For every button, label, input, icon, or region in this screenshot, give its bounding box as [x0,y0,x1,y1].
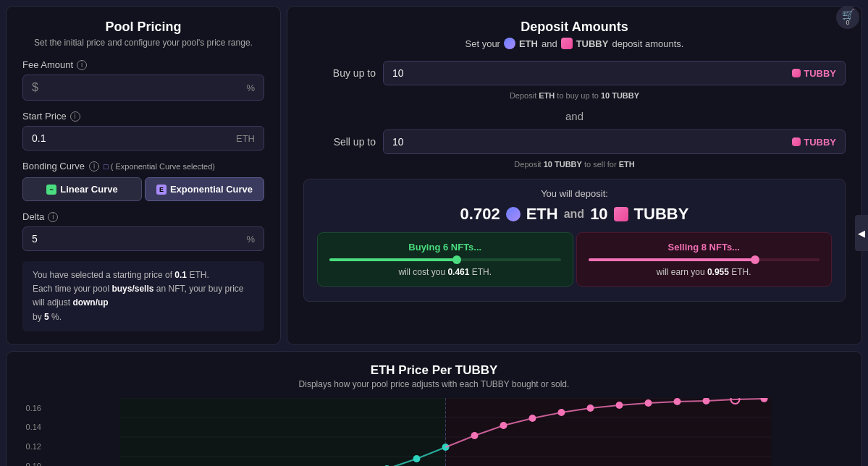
buying-slider-thumb [452,255,461,264]
deposit-tubby-label: TUBBY [634,205,689,224]
deposit-eth-label: ETH [526,205,558,224]
fee-amount-input[interactable] [43,82,244,93]
selling-slider-thumb [751,255,759,264]
buying-slider-fill [329,258,457,261]
start-price-suffix: ETH [236,133,255,144]
delta-suffix: % [246,234,255,245]
sell-input[interactable] [392,136,792,148]
cart-count: 0 [846,19,849,26]
deposit-amounts-title: Deposit Amounts [303,20,846,35]
buying-slider-track[interactable] [329,258,561,261]
chart-svg-container: 10 9 8 7 6 5 4 3 2 1 1 2 3 4 5 6 7 [46,398,846,466]
chart-dot [500,422,507,429]
sell-row: Sell up to TUBBY [303,130,846,154]
fee-amount-dollar: $ [32,81,38,94]
bonding-curve-section: Bonding Curve i □ ( Exponential Curve se… [22,161,264,201]
tubby-icon [561,38,573,49]
bonding-curve-selected-tag: □ ( Exponential Curve selected) [104,162,215,171]
buy-label: Buy up to [303,67,376,79]
selling-slider-fill [589,258,755,261]
eth-token-label: ETH [519,38,538,49]
bonding-curve-info-icon[interactable]: i [89,161,99,171]
chart-dot [558,409,565,416]
delta-info-icon[interactable]: i [48,212,58,222]
will-deposit-box: You will deposit: 0.702 ETH and 10 TUBBY… [303,179,846,302]
pool-pricing-panel: Pool Pricing Set the initial price and c… [6,6,281,345]
and-divider: and [303,110,846,122]
buy-token-label: TUBBY [804,68,836,79]
svg-rect-7 [120,398,446,466]
selling-box: Selling 8 NFTs... will earn you 0.955 ET… [576,232,833,287]
chart-panel: ETH Price Per TUBBY Displays how your po… [6,351,862,466]
buy-hint: Deposit ETH to buy up to 10 TUBBY [303,91,846,100]
deposit-eth-amount: 0.702 [460,205,500,224]
deposit-eth-icon [506,207,521,221]
cost-value: 0.461 [447,267,469,277]
chart-title: ETH Price Per TUBBY [22,363,846,378]
fee-amount-input-row: $ % [22,75,264,101]
nav-arrow[interactable]: ◀ [855,215,868,251]
svg-rect-8 [446,398,772,466]
buy-tubby-icon [792,69,801,77]
chart-dot [587,404,594,412]
exponential-curve-button[interactable]: E Exponential Curve [145,177,264,201]
chart-dot [645,399,652,407]
buying-box: Buying 6 NFTs... will cost you 0.461 ETH… [317,232,573,287]
chart-dot [616,402,623,409]
start-price-info-icon[interactable]: i [70,111,80,122]
chart-svg [46,398,846,466]
linear-curve-button[interactable]: ~ Linear Curve [22,177,142,201]
will-deposit-title: You will deposit: [317,188,832,199]
earn-value: 0.955 [707,267,729,277]
chart-dot [674,398,681,405]
deposit-amounts-panel: Deposit Amounts Set your ETH and TUBBY d… [287,6,862,345]
chart-dot [529,415,536,422]
start-price-input-row: ETH [22,126,264,151]
fee-amount-label: Fee Amount i [22,59,264,70]
buy-input-wrapper: TUBBY [383,61,846,85]
start-price-input[interactable] [32,132,233,144]
cart-button[interactable]: 🛒 0 [836,6,859,29]
deposit-amounts-display: 0.702 ETH and 10 TUBBY [317,205,832,224]
linear-curve-icon: ~ [46,185,56,195]
sell-hint: Deposit 10 TUBBY to sell for ETH [303,160,846,169]
bonding-curve-label: Bonding Curve [22,161,85,171]
exp-curve-icon: E [156,185,167,195]
chart-dot [413,455,421,462]
chart-container: 0.16 0.14 0.12 0.10 0.08 0.06 0.04 [22,398,846,466]
tubby-token-label: TUBBY [576,38,609,49]
pool-pricing-subtitle: Set the initial price and configure your… [22,38,264,48]
start-price-label: Start Price i [22,111,264,122]
sell-label: Sell up to [303,136,376,148]
y-axis: 0.16 0.14 0.12 0.10 0.08 0.06 0.04 [22,398,46,466]
selling-slider-track[interactable] [589,258,820,261]
delta-input-row: % [22,226,264,251]
fee-amount-info-icon[interactable]: i [77,60,87,70]
curve-buttons: ~ Linear Curve E Exponential Curve [22,177,264,201]
selling-title: Selling 8 NFTs... [589,242,820,253]
fee-amount-suffix: % [246,82,255,93]
delta-input[interactable] [32,233,243,245]
buying-selling-row: Buying 6 NFTs... will cost you 0.461 ETH… [317,232,832,287]
deposit-and: and [564,208,584,221]
deposit-subtitle-row: Set your ETH and TUBBY deposit amounts. [303,38,846,49]
sell-input-wrapper: TUBBY [383,130,846,154]
description-box: You have selected a starting price of 0.… [22,261,264,331]
chart-subtitle: Displays how your pool price adjusts wit… [22,379,846,389]
sell-token-label: TUBBY [804,137,836,148]
deposit-tubby-amount: 10 [590,205,607,224]
buying-cost: will cost you 0.461 ETH. [329,267,561,277]
buy-input[interactable] [392,67,792,79]
delta-label: Delta i [22,211,264,222]
selling-cost: will earn you 0.955 ETH. [589,267,820,277]
eth-icon [504,38,515,49]
sell-tubby-icon [792,137,801,146]
buy-row: Buy up to TUBBY [303,61,846,85]
chart-dot [471,432,479,439]
deposit-tubby-icon-large [614,207,628,221]
buying-title: Buying 6 NFTs... [329,242,561,253]
pool-pricing-title: Pool Pricing [22,20,264,35]
